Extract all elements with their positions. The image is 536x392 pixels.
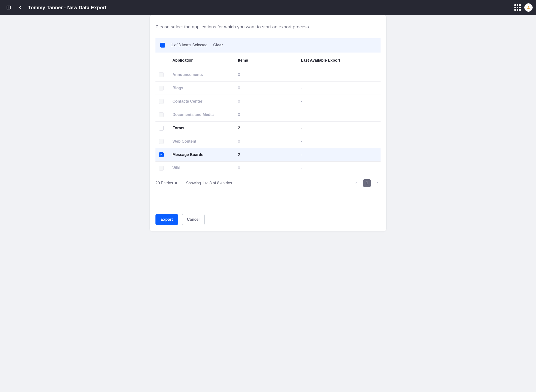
- row-items: 0: [238, 166, 301, 170]
- table-row: Documents and Media0-: [155, 108, 381, 122]
- row-checkbox-cell: [155, 72, 172, 77]
- back-button[interactable]: [15, 3, 25, 12]
- row-checkbox-cell: [155, 166, 172, 171]
- row-checkbox-cell: [155, 112, 172, 117]
- row-application: Web Content: [172, 139, 238, 144]
- select-all-checkbox[interactable]: [160, 43, 165, 48]
- table-row: Announcements0-: [155, 68, 381, 82]
- row-checkbox: [159, 99, 164, 104]
- pager: 1: [353, 179, 381, 187]
- row-last-export: -: [301, 86, 381, 90]
- table-footer-left: 20 Entries Showing 1 to 8 of 8 entries.: [155, 181, 233, 185]
- check-icon: [160, 153, 163, 156]
- row-items: 0: [238, 86, 301, 90]
- row-checkbox: [159, 166, 164, 171]
- row-checkbox-cell: [155, 126, 172, 131]
- row-checkbox: [159, 112, 164, 117]
- table-row: Message Boards2-: [155, 148, 381, 162]
- row-checkbox: [159, 72, 164, 77]
- export-button[interactable]: Export: [155, 214, 178, 225]
- footer-actions: Export Cancel: [155, 214, 381, 225]
- col-application: Application: [172, 58, 238, 63]
- row-application: Documents and Media: [172, 113, 238, 117]
- row-items: 0: [238, 73, 301, 77]
- pager-page-1[interactable]: 1: [363, 179, 371, 187]
- chevron-left-icon: [18, 5, 22, 10]
- page-title: Tommy Tanner - New Data Export: [28, 5, 106, 10]
- panel-left-icon: [6, 5, 11, 10]
- page: Please select the applications for which…: [0, 15, 536, 241]
- page-size-select[interactable]: 20 Entries: [155, 181, 177, 185]
- row-last-export: -: [301, 126, 381, 130]
- row-last-export: -: [301, 73, 381, 77]
- col-items: Items: [238, 58, 301, 63]
- topbar-right: [515, 3, 533, 12]
- minus-icon: [161, 44, 164, 47]
- cancel-button[interactable]: Cancel: [182, 214, 205, 225]
- table-header: Application Items Last Available Export: [155, 52, 381, 68]
- pager-prev-button[interactable]: [353, 180, 359, 186]
- topbar-left: Tommy Tanner - New Data Export: [4, 3, 106, 12]
- row-checkbox-cell: [155, 139, 172, 144]
- row-last-export: -: [301, 139, 381, 144]
- page-size-label: 20 Entries: [155, 181, 173, 185]
- pagination-status: Showing 1 to 8 of 8 entries.: [186, 181, 233, 185]
- svg-point-2: [528, 6, 529, 8]
- helper-text: Please select the applications for which…: [155, 24, 381, 30]
- card: Please select the applications for which…: [150, 15, 386, 231]
- row-checkbox: [159, 139, 164, 144]
- row-application: Forms: [172, 126, 238, 130]
- row-application: Wiki: [172, 166, 238, 170]
- topbar: Tommy Tanner - New Data Export: [0, 0, 536, 15]
- clear-selection-button[interactable]: Clear: [213, 43, 223, 47]
- avatar[interactable]: [524, 3, 533, 12]
- row-items: 2: [238, 153, 301, 157]
- row-items: 0: [238, 139, 301, 144]
- selection-count: 1 of 8 Items Selected: [171, 43, 207, 47]
- row-checkbox[interactable]: [159, 126, 164, 131]
- table-row: Web Content0-: [155, 135, 381, 148]
- table-body: Announcements0-Blogs0-Contacts Center0-D…: [155, 68, 381, 175]
- row-last-export: -: [301, 99, 381, 104]
- selection-bar: 1 of 8 Items Selected Clear: [155, 38, 381, 52]
- row-last-export: -: [301, 166, 381, 170]
- row-items: 0: [238, 113, 301, 117]
- sort-icon: [175, 181, 177, 185]
- row-last-export: -: [301, 113, 381, 117]
- apps-grid-icon[interactable]: [515, 5, 520, 10]
- row-application: Blogs: [172, 86, 238, 90]
- row-application: Contacts Center: [172, 99, 238, 104]
- table-row: Blogs0-: [155, 82, 381, 95]
- row-checkbox[interactable]: [159, 152, 164, 157]
- pager-next-button[interactable]: [375, 180, 381, 186]
- row-checkbox-cell: [155, 99, 172, 104]
- user-icon: [526, 5, 531, 10]
- row-items: 2: [238, 126, 301, 130]
- row-last-export: -: [301, 153, 381, 157]
- product-menu-toggle[interactable]: [4, 3, 14, 12]
- row-application: Message Boards: [172, 153, 238, 157]
- table-row: Contacts Center0-: [155, 95, 381, 108]
- table-row: Forms2-: [155, 122, 381, 135]
- row-items: 0: [238, 99, 301, 104]
- row-application: Announcements: [172, 73, 238, 77]
- row-checkbox: [159, 86, 164, 90]
- col-last-export: Last Available Export: [301, 58, 381, 63]
- chevron-left-icon: [354, 181, 358, 185]
- row-checkbox-cell: [155, 152, 172, 157]
- table-row: Wiki0-: [155, 162, 381, 175]
- svg-rect-0: [7, 6, 11, 9]
- table-footer: 20 Entries Showing 1 to 8 of 8 entries. …: [155, 175, 381, 187]
- chevron-right-icon: [376, 181, 380, 185]
- row-checkbox-cell: [155, 86, 172, 90]
